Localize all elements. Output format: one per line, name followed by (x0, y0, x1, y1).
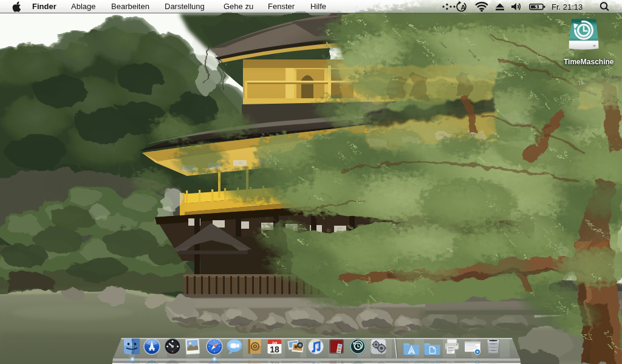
svg-text:A: A (461, 4, 466, 11)
svg-text:Fr. 21:13: Fr. 21:13 (552, 2, 583, 12)
